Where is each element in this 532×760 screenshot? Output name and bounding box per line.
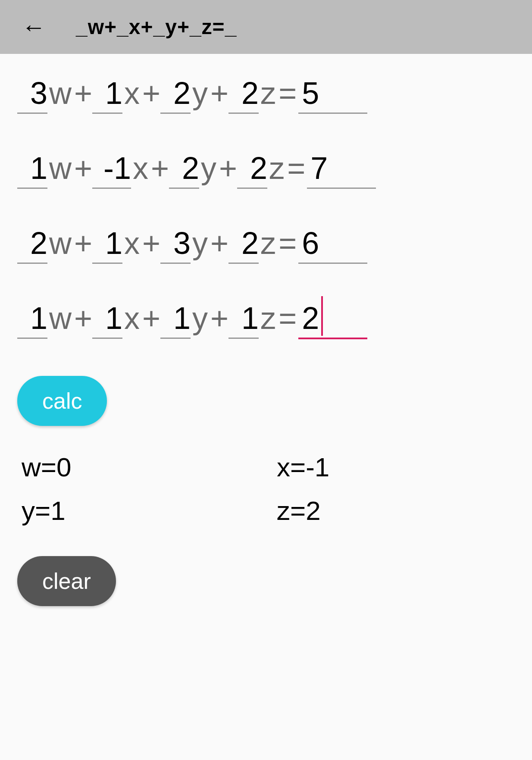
coef-y-input[interactable] [160, 225, 191, 264]
result-w: w=0 [22, 452, 260, 482]
equals-sign: = [287, 150, 307, 186]
var-label-w: w [47, 225, 74, 261]
coef-z-input[interactable] [228, 225, 259, 264]
equation-row: w+x+y+z= [17, 75, 515, 114]
coef-w-input[interactable] [17, 225, 47, 264]
result-x: x=-1 [277, 452, 515, 482]
coef-w-input[interactable] [17, 150, 47, 189]
coef-x-input[interactable] [92, 75, 122, 114]
plus-sign: + [210, 75, 228, 111]
coef-x-input[interactable] [92, 300, 122, 339]
main-content: w+x+y+z=w+x+y+z=w+x+y+z=w+x+y+z= calc w=… [0, 54, 532, 606]
plus-sign: + [142, 225, 160, 261]
var-label-w: w [47, 150, 74, 186]
result-z: z=2 [277, 495, 515, 526]
var-label-y: y [199, 150, 219, 186]
equals-sign: = [279, 225, 298, 261]
results-grid: w=0 x=-1 y=1 z=2 [17, 452, 515, 526]
calc-button[interactable]: calc [17, 376, 107, 426]
result-y: y=1 [22, 495, 260, 526]
plus-sign: + [74, 75, 92, 111]
equals-sign: = [279, 75, 298, 111]
var-label-z: z [259, 225, 279, 261]
app-header: ← _w+_x+_y+_z=_ [0, 0, 532, 54]
plus-sign: + [151, 150, 169, 186]
plus-sign: + [74, 225, 92, 261]
plus-sign: + [74, 150, 92, 186]
coef-x-input[interactable] [92, 150, 131, 189]
coef-w-input[interactable] [17, 300, 47, 339]
equation-row: w+x+y+z= [17, 225, 515, 264]
coef-y-input[interactable] [169, 150, 199, 189]
plus-sign: + [142, 75, 160, 111]
plus-sign: + [74, 300, 92, 336]
coef-x-input[interactable] [92, 225, 122, 264]
var-label-y: y [191, 75, 210, 111]
var-label-w: w [47, 300, 74, 336]
var-label-z: z [259, 300, 279, 336]
var-label-y: y [191, 225, 210, 261]
plus-sign: + [142, 300, 160, 336]
plus-sign: + [219, 150, 237, 186]
coef-z-input[interactable] [237, 150, 267, 189]
coef-z-input[interactable] [228, 75, 259, 114]
var-label-x: x [131, 150, 151, 186]
rhs-input[interactable] [307, 150, 376, 189]
coef-y-input[interactable] [160, 300, 191, 339]
var-label-x: x [122, 300, 142, 336]
back-arrow-icon[interactable]: ← [22, 13, 46, 41]
equals-sign: = [279, 300, 298, 336]
rhs-input[interactable] [298, 75, 367, 114]
coef-w-input[interactable] [17, 75, 47, 114]
var-label-z: z [267, 150, 287, 186]
page-title: _w+_x+_y+_z=_ [76, 15, 237, 39]
clear-button[interactable]: clear [17, 556, 116, 606]
plus-sign: + [210, 225, 228, 261]
equation-row: w+x+y+z= [17, 150, 515, 189]
rhs-input[interactable] [298, 300, 367, 339]
var-label-y: y [191, 300, 210, 336]
var-label-w: w [47, 75, 74, 111]
var-label-z: z [259, 75, 279, 111]
plus-sign: + [210, 300, 228, 336]
coef-y-input[interactable] [160, 75, 191, 114]
coef-z-input[interactable] [228, 300, 259, 339]
var-label-x: x [122, 75, 142, 111]
var-label-x: x [122, 225, 142, 261]
rhs-input[interactable] [298, 225, 367, 264]
equation-row: w+x+y+z= [17, 300, 515, 339]
